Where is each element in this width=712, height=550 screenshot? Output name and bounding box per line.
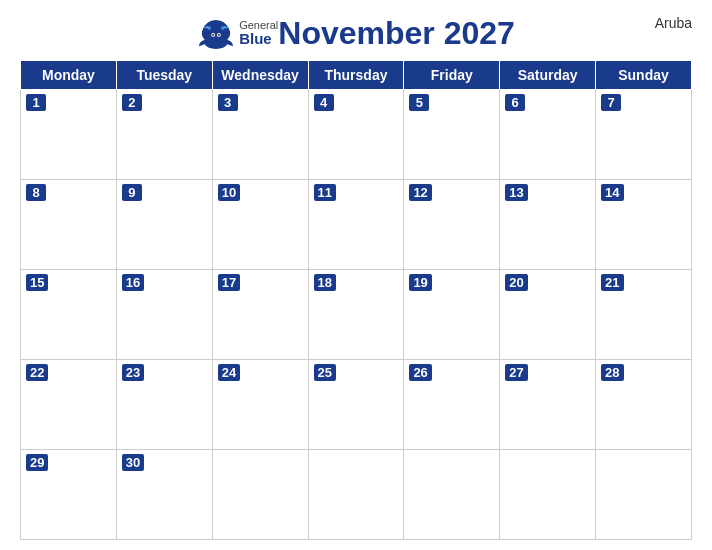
day-number: 15 bbox=[26, 274, 48, 291]
day-number: 29 bbox=[26, 454, 48, 471]
day-number: 7 bbox=[601, 94, 621, 111]
day-number: 17 bbox=[218, 274, 240, 291]
calendar-week-row: 22232425262728 bbox=[21, 360, 692, 450]
day-number: 24 bbox=[218, 364, 240, 381]
weekday-header: Thursday bbox=[308, 61, 404, 90]
day-number: 28 bbox=[601, 364, 623, 381]
day-number: 8 bbox=[26, 184, 46, 201]
day-number: 9 bbox=[122, 184, 142, 201]
day-number: 26 bbox=[409, 364, 431, 381]
day-number: 13 bbox=[505, 184, 527, 201]
weekday-header: Monday bbox=[21, 61, 117, 90]
calendar-day-cell bbox=[308, 450, 404, 540]
calendar-header-row: MondayTuesdayWednesdayThursdayFridaySatu… bbox=[21, 61, 692, 90]
calendar-week-row: 891011121314 bbox=[21, 180, 692, 270]
calendar-day-cell: 6 bbox=[500, 90, 596, 180]
calendar-day-cell: 14 bbox=[596, 180, 692, 270]
day-number: 5 bbox=[409, 94, 429, 111]
calendar-day-cell bbox=[404, 450, 500, 540]
logo: General Blue bbox=[197, 18, 278, 50]
day-number: 23 bbox=[122, 364, 144, 381]
calendar-day-cell: 4 bbox=[308, 90, 404, 180]
calendar-day-cell: 9 bbox=[116, 180, 212, 270]
calendar-day-cell: 25 bbox=[308, 360, 404, 450]
svg-point-3 bbox=[212, 34, 214, 36]
logo-icon bbox=[197, 18, 235, 50]
day-number: 3 bbox=[218, 94, 238, 111]
calendar-day-cell bbox=[212, 450, 308, 540]
calendar-day-cell: 12 bbox=[404, 180, 500, 270]
calendar-day-cell: 11 bbox=[308, 180, 404, 270]
day-number: 19 bbox=[409, 274, 431, 291]
calendar-day-cell: 8 bbox=[21, 180, 117, 270]
calendar-day-cell: 21 bbox=[596, 270, 692, 360]
weekday-header: Friday bbox=[404, 61, 500, 90]
weekday-header: Saturday bbox=[500, 61, 596, 90]
calendar-day-cell: 20 bbox=[500, 270, 596, 360]
calendar-day-cell: 3 bbox=[212, 90, 308, 180]
calendar-week-row: 2930 bbox=[21, 450, 692, 540]
calendar-header: General Blue November 2027 Aruba bbox=[20, 10, 692, 52]
day-number: 27 bbox=[505, 364, 527, 381]
weekday-header: Tuesday bbox=[116, 61, 212, 90]
day-number: 14 bbox=[601, 184, 623, 201]
calendar-title: November 2027 bbox=[278, 15, 515, 52]
calendar-day-cell: 5 bbox=[404, 90, 500, 180]
calendar-day-cell: 24 bbox=[212, 360, 308, 450]
day-number: 4 bbox=[314, 94, 334, 111]
calendar-day-cell: 13 bbox=[500, 180, 596, 270]
calendar-day-cell: 2 bbox=[116, 90, 212, 180]
calendar-day-cell: 15 bbox=[21, 270, 117, 360]
day-number: 25 bbox=[314, 364, 336, 381]
day-number: 20 bbox=[505, 274, 527, 291]
day-number: 30 bbox=[122, 454, 144, 471]
calendar-day-cell bbox=[500, 450, 596, 540]
day-number: 21 bbox=[601, 274, 623, 291]
calendar-day-cell bbox=[596, 450, 692, 540]
calendar-day-cell: 22 bbox=[21, 360, 117, 450]
day-number: 2 bbox=[122, 94, 142, 111]
calendar-week-row: 15161718192021 bbox=[21, 270, 692, 360]
calendar-day-cell: 29 bbox=[21, 450, 117, 540]
logo-blue: Blue bbox=[239, 31, 278, 48]
calendar-day-cell: 17 bbox=[212, 270, 308, 360]
day-number: 16 bbox=[122, 274, 144, 291]
day-number: 12 bbox=[409, 184, 431, 201]
weekday-header: Wednesday bbox=[212, 61, 308, 90]
day-number: 10 bbox=[218, 184, 240, 201]
svg-point-4 bbox=[218, 34, 220, 36]
calendar-day-cell: 16 bbox=[116, 270, 212, 360]
calendar-week-row: 1234567 bbox=[21, 90, 692, 180]
country-label: Aruba bbox=[655, 15, 692, 31]
day-number: 11 bbox=[314, 184, 336, 201]
calendar-day-cell: 19 bbox=[404, 270, 500, 360]
calendar-day-cell: 28 bbox=[596, 360, 692, 450]
weekday-header: Sunday bbox=[596, 61, 692, 90]
calendar-day-cell: 27 bbox=[500, 360, 596, 450]
svg-point-0 bbox=[209, 28, 224, 45]
calendar-day-cell: 7 bbox=[596, 90, 692, 180]
calendar-day-cell: 1 bbox=[21, 90, 117, 180]
day-number: 22 bbox=[26, 364, 48, 381]
calendar-table: MondayTuesdayWednesdayThursdayFridaySatu… bbox=[20, 60, 692, 540]
calendar-day-cell: 23 bbox=[116, 360, 212, 450]
calendar-day-cell: 18 bbox=[308, 270, 404, 360]
calendar-day-cell: 10 bbox=[212, 180, 308, 270]
day-number: 1 bbox=[26, 94, 46, 111]
calendar-day-cell: 26 bbox=[404, 360, 500, 450]
day-number: 6 bbox=[505, 94, 525, 111]
day-number: 18 bbox=[314, 274, 336, 291]
logo-text: General Blue bbox=[239, 19, 278, 48]
calendar-body: 1234567891011121314151617181920212223242… bbox=[21, 90, 692, 540]
calendar-day-cell: 30 bbox=[116, 450, 212, 540]
